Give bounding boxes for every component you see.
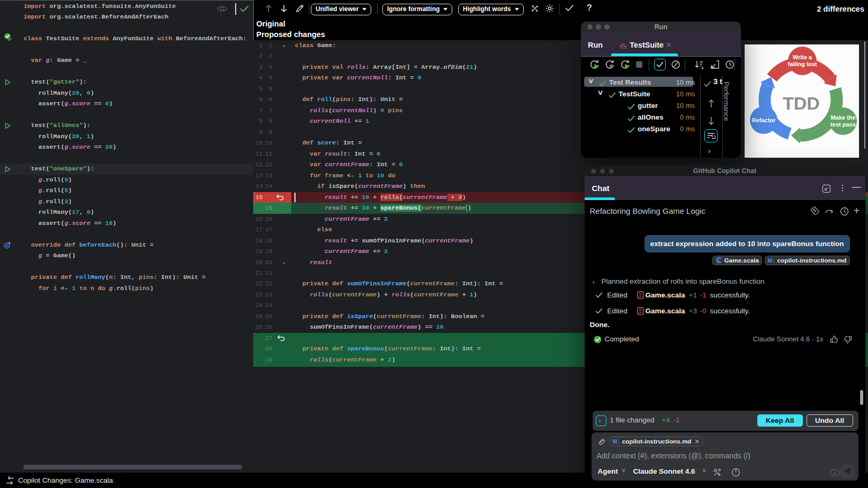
svg-text:failing test: failing test — [788, 61, 817, 67]
svg-text:TDD: TDD — [783, 93, 820, 113]
svg-text:Make the: Make the — [830, 114, 855, 121]
svg-text:Write a: Write a — [793, 54, 812, 60]
svg-text:Refactor: Refactor — [752, 117, 776, 123]
svg-text:test pass: test pass — [830, 121, 856, 128]
